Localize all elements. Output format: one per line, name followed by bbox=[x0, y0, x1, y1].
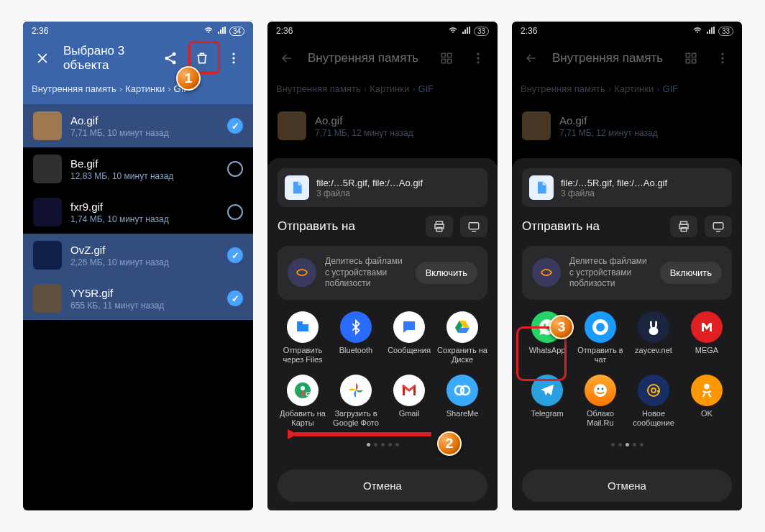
share-target-ok[interactable]: OK bbox=[682, 375, 732, 428]
share-sheet: file:/…5R.gif, file:/…Ao.gif3 файла Отпр… bbox=[512, 158, 742, 510]
selection-checkbox[interactable] bbox=[227, 204, 243, 220]
print-button[interactable] bbox=[670, 216, 697, 237]
share-button[interactable] bbox=[160, 47, 181, 69]
file-meta: 2,26 МБ, 10 минут назад bbox=[70, 257, 219, 267]
nearby-share-icon bbox=[532, 258, 561, 287]
file-meta: 1,74 МБ, 10 минут назад bbox=[70, 214, 219, 224]
selection-checkbox[interactable] bbox=[227, 161, 243, 177]
svg-point-5 bbox=[232, 61, 234, 63]
phone-2: 2:36 33 Внутренняя память Внутренняя пам… bbox=[267, 22, 498, 510]
app-icon bbox=[340, 375, 372, 406]
selection-checkbox[interactable]: ✓ bbox=[227, 118, 243, 134]
cast-button[interactable] bbox=[705, 216, 732, 237]
file-name: YY5R.gif bbox=[70, 287, 219, 299]
breadcrumb: Внутренняя память › Картинки › GIF bbox=[23, 76, 253, 104]
svg-point-4 bbox=[232, 57, 234, 59]
nearby-enable-button[interactable]: Включить bbox=[416, 262, 477, 284]
crumb-root[interactable]: Внутренняя память bbox=[32, 83, 116, 94]
selection-checkbox[interactable]: ✓ bbox=[227, 247, 243, 263]
share-target-отправить-в-чат[interactable]: Отправить в чат bbox=[575, 311, 626, 364]
svg-rect-28 bbox=[686, 60, 690, 63]
toolbar-title: Внутренняя память bbox=[308, 51, 426, 65]
nearby-text: Делитесь файлами с устройствами поблизос… bbox=[569, 256, 651, 290]
grid-view-button[interactable] bbox=[436, 47, 457, 69]
chevron-right-icon: › bbox=[364, 83, 367, 94]
status-bar: 2:36 33 bbox=[267, 22, 498, 40]
share-target-загрузить-в-google-фото[interactable]: Загрузить в Google Фото bbox=[331, 375, 381, 428]
file-icon bbox=[285, 175, 309, 200]
share-target-сохранить-на-диске[interactable]: Сохранить на Диске bbox=[437, 311, 487, 364]
cancel-button[interactable]: Отмена bbox=[278, 469, 487, 502]
chevron-right-icon: › bbox=[119, 83, 122, 94]
app-icon: G bbox=[287, 375, 319, 406]
svg-point-40 bbox=[594, 384, 607, 397]
file-thumbnail bbox=[33, 241, 62, 270]
share-target-отправить-через-files[interactable]: Отправить через Files bbox=[278, 311, 328, 364]
nearby-enable-button[interactable]: Включить bbox=[660, 262, 722, 284]
share-target-bluetooth[interactable]: Bluetooth bbox=[331, 311, 381, 364]
share-target-облако-mail-ru[interactable]: Облако Mail.Ru bbox=[575, 375, 626, 428]
share-target-новое-сообщение[interactable]: Новое сообщение bbox=[628, 375, 679, 428]
selection-toolbar: Выбрано 3 объекта bbox=[23, 40, 253, 76]
file-row[interactable]: Be.gif 12,83 МБ, 10 минут назад bbox=[23, 147, 253, 191]
share-target-добавить-на-карты[interactable]: G Добавить на Карты bbox=[278, 375, 328, 428]
share-file-count: 3 файла bbox=[561, 188, 667, 198]
share-target-сообщения[interactable]: Сообщения bbox=[384, 311, 434, 364]
more-button[interactable] bbox=[712, 47, 733, 69]
crumb-root[interactable]: Внутренняя память bbox=[276, 83, 361, 94]
svg-point-39 bbox=[649, 327, 659, 335]
app-label: Новое сообщение bbox=[628, 409, 679, 428]
share-file-title: file:/…5R.gif, file:/…Ao.gif bbox=[316, 178, 423, 188]
more-button[interactable] bbox=[467, 47, 489, 69]
selection-checkbox[interactable]: ✓ bbox=[227, 290, 243, 306]
svg-rect-7 bbox=[448, 53, 452, 57]
share-target-telegram[interactable]: Telegram bbox=[522, 375, 572, 428]
more-button[interactable] bbox=[223, 47, 244, 69]
crumb-folder[interactable]: Картинки bbox=[614, 83, 654, 94]
print-button[interactable] bbox=[426, 216, 453, 237]
file-meta: 7,71 МБ, 12 минут назад bbox=[559, 128, 732, 138]
share-target-gmail[interactable]: Gmail bbox=[384, 375, 434, 428]
send-to-label: Отправить на bbox=[278, 219, 418, 234]
page-indicator bbox=[522, 440, 732, 446]
share-target-mega[interactable]: MEGA bbox=[682, 311, 732, 364]
back-button[interactable] bbox=[521, 47, 542, 69]
file-thumbnail bbox=[33, 155, 62, 183]
close-selection-button[interactable] bbox=[32, 47, 53, 69]
svg-rect-36 bbox=[713, 223, 723, 229]
file-row[interactable]: Ao.gif7,71 МБ, 12 минут назад bbox=[267, 104, 498, 147]
share-target-shareme[interactable]: ShareMe bbox=[437, 375, 487, 428]
svg-point-23 bbox=[461, 386, 469, 395]
svg-point-12 bbox=[477, 61, 479, 63]
app-label: Telegram bbox=[531, 409, 563, 418]
send-to-label: Отправить на bbox=[522, 219, 663, 234]
cast-button[interactable] bbox=[460, 216, 487, 237]
svg-rect-9 bbox=[448, 60, 452, 63]
share-targets-grid: Отправить через Files Bluetooth Сообщени… bbox=[278, 308, 487, 431]
delete-button[interactable] bbox=[191, 47, 213, 69]
svg-rect-26 bbox=[686, 53, 690, 57]
crumb-root[interactable]: Внутренняя память bbox=[521, 83, 605, 94]
svg-point-42 bbox=[602, 388, 604, 390]
file-row[interactable]: YY5R.gif 655 КБ, 11 минут назад ✓ bbox=[23, 277, 253, 320]
app-icon bbox=[531, 375, 563, 406]
app-icon bbox=[340, 311, 372, 343]
share-target-zaycev-net[interactable]: zaycev.net bbox=[628, 311, 679, 364]
cancel-button[interactable]: Отмена bbox=[522, 469, 732, 502]
app-icon bbox=[638, 311, 669, 343]
grid-view-button[interactable] bbox=[680, 47, 702, 69]
app-label: zaycev.net bbox=[635, 346, 672, 355]
app-label: WhatsApp bbox=[529, 346, 566, 355]
app-icon bbox=[585, 375, 616, 406]
back-button[interactable] bbox=[276, 47, 298, 69]
crumb-folder[interactable]: Картинки bbox=[125, 83, 165, 94]
svg-point-2 bbox=[173, 60, 176, 64]
selection-title: Выбрано 3 объекта bbox=[63, 44, 150, 73]
crumb-folder[interactable]: Картинки bbox=[370, 83, 409, 94]
file-row[interactable]: Ao.gif 7,71 МБ, 10 минут назад ✓ bbox=[23, 104, 253, 147]
file-row[interactable]: OvZ.gif 2,26 МБ, 10 минут назад ✓ bbox=[23, 234, 253, 277]
svg-point-11 bbox=[477, 57, 479, 59]
file-row[interactable]: Ao.gif7,71 МБ, 12 минут назад bbox=[512, 104, 742, 147]
file-row[interactable]: fxr9.gif 1,74 МБ, 10 минут назад bbox=[23, 191, 253, 234]
app-label: OK bbox=[701, 409, 713, 418]
